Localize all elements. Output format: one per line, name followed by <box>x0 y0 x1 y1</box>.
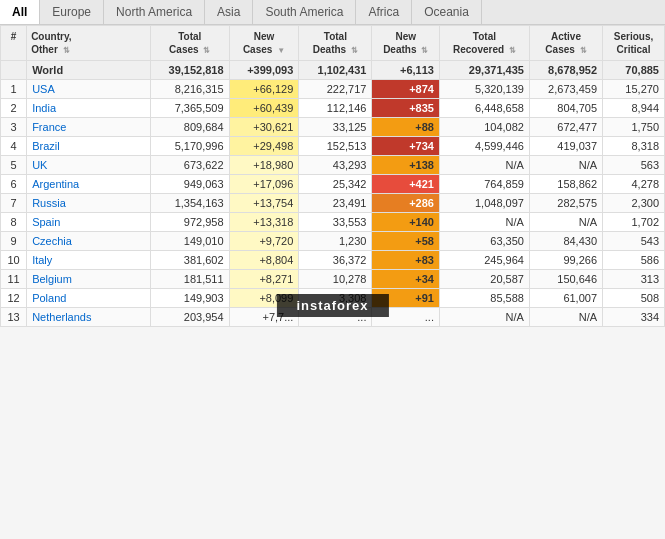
total-deaths-cell: 112,146 <box>299 99 372 118</box>
country-link[interactable]: Brazil <box>32 140 60 152</box>
col-total-deaths[interactable]: TotalDeaths ⇅ <box>299 26 372 61</box>
country-link[interactable]: Poland <box>32 292 66 304</box>
table-row: 1 USA 8,216,315 +66,129 222,717 +874 5,3… <box>1 80 665 99</box>
serious-critical-cell: 334 <box>603 308 665 327</box>
new-deaths-cell: +140 <box>372 213 439 232</box>
total-deaths-cell: 33,125 <box>299 118 372 137</box>
total-cases-cell: 8,216,315 <box>150 80 229 99</box>
new-cases-cell: +66,129 <box>229 80 299 99</box>
new-cases-cell: +13,318 <box>229 213 299 232</box>
rank-cell: 9 <box>1 232 27 251</box>
country-cell: Russia <box>27 194 151 213</box>
total-cases-cell: 949,063 <box>150 175 229 194</box>
table-row: 8 Spain 972,958 +13,318 33,553 +140 N/A … <box>1 213 665 232</box>
country-cell: Czechia <box>27 232 151 251</box>
table-row: 2 India 7,365,509 +60,439 112,146 +835 6… <box>1 99 665 118</box>
col-total-recovered[interactable]: TotalRecovered ⇅ <box>439 26 529 61</box>
col-new-cases[interactable]: NewCases ▼ <box>229 26 299 61</box>
col-country: Country,Other ⇅ <box>27 26 151 61</box>
tab-all[interactable]: All <box>0 0 40 24</box>
country-link[interactable]: Russia <box>32 197 66 209</box>
country-link[interactable]: Spain <box>32 216 60 228</box>
serious-critical-cell: 1,702 <box>603 213 665 232</box>
new-cases-cell: +18,980 <box>229 156 299 175</box>
active-cases-cell: 672,477 <box>529 118 602 137</box>
total-cases-cell: 381,602 <box>150 251 229 270</box>
total-recovered-cell: N/A <box>439 213 529 232</box>
rank-cell: 10 <box>1 251 27 270</box>
tab-south-america[interactable]: South America <box>253 0 356 24</box>
new-cases-cell: +8,271 <box>229 270 299 289</box>
rank-cell: 12 <box>1 289 27 308</box>
country-link[interactable]: France <box>32 121 66 133</box>
total-cases-cell: 1,354,163 <box>150 194 229 213</box>
new-deaths-cell: +734 <box>372 137 439 156</box>
total-cases-cell: 673,622 <box>150 156 229 175</box>
active-cases-cell: N/A <box>529 213 602 232</box>
new-deaths-cell: ... <box>372 308 439 327</box>
total-deaths-cell: 36,372 <box>299 251 372 270</box>
new-deaths-cell: +88 <box>372 118 439 137</box>
table-row: 10 Italy 381,602 +8,804 36,372 +83 245,9… <box>1 251 665 270</box>
country-cell: India <box>27 99 151 118</box>
active-cases-cell: 158,862 <box>529 175 602 194</box>
total-cases-cell: 7,365,509 <box>150 99 229 118</box>
world-active-cases: 8,678,952 <box>529 61 602 80</box>
country-link[interactable]: Belgium <box>32 273 72 285</box>
rank-cell: 5 <box>1 156 27 175</box>
tab-asia[interactable]: Asia <box>205 0 253 24</box>
country-cell: Belgium <box>27 270 151 289</box>
tab-north-america[interactable]: North America <box>104 0 205 24</box>
new-cases-cell: +8,804 <box>229 251 299 270</box>
country-link[interactable]: Argentina <box>32 178 79 190</box>
col-new-deaths[interactable]: NewDeaths ⇅ <box>372 26 439 61</box>
new-cases-cell: +30,621 <box>229 118 299 137</box>
country-link[interactable]: Italy <box>32 254 52 266</box>
total-recovered-cell: 6,448,658 <box>439 99 529 118</box>
new-deaths-cell: +138 <box>372 156 439 175</box>
total-cases-cell: 149,903 <box>150 289 229 308</box>
tab-europe[interactable]: Europe <box>40 0 104 24</box>
country-cell: Spain <box>27 213 151 232</box>
rank-cell: 8 <box>1 213 27 232</box>
total-cases-cell: 972,958 <box>150 213 229 232</box>
country-link[interactable]: UK <box>32 159 47 171</box>
tab-africa[interactable]: Africa <box>356 0 412 24</box>
new-deaths-cell: +58 <box>372 232 439 251</box>
col-active-cases[interactable]: ActiveCases ⇅ <box>529 26 602 61</box>
country-cell: USA <box>27 80 151 99</box>
total-recovered-cell: N/A <box>439 308 529 327</box>
world-rank <box>1 61 27 80</box>
table-row: 11 Belgium 181,511 +8,271 10,278 +34 20,… <box>1 270 665 289</box>
col-serious-critical[interactable]: Serious,Critical <box>603 26 665 61</box>
country-cell: Italy <box>27 251 151 270</box>
col-total-cases[interactable]: TotalCases ⇅ <box>150 26 229 61</box>
new-deaths-cell: +34 <box>372 270 439 289</box>
rank-cell: 4 <box>1 137 27 156</box>
total-deaths-cell: 43,293 <box>299 156 372 175</box>
serious-critical-cell: 1,750 <box>603 118 665 137</box>
tab-oceania[interactable]: Oceania <box>412 0 482 24</box>
total-deaths-cell: 33,553 <box>299 213 372 232</box>
total-recovered-cell: 20,587 <box>439 270 529 289</box>
world-country: World <box>27 61 151 80</box>
country-link[interactable]: Czechia <box>32 235 72 247</box>
new-deaths-cell: +91 <box>372 289 439 308</box>
country-link[interactable]: India <box>32 102 56 114</box>
total-deaths-cell: 152,513 <box>299 137 372 156</box>
table-row: 7 Russia 1,354,163 +13,754 23,491 +286 1… <box>1 194 665 213</box>
new-cases-cell: +9,720 <box>229 232 299 251</box>
new-deaths-cell: +421 <box>372 175 439 194</box>
world-total-recovered: 29,371,435 <box>439 61 529 80</box>
data-table: # Country,Other ⇅ TotalCases ⇅ NewCases … <box>0 25 665 327</box>
active-cases-cell: 61,007 <box>529 289 602 308</box>
serious-critical-cell: 4,278 <box>603 175 665 194</box>
rank-cell: 2 <box>1 99 27 118</box>
total-recovered-cell: 764,859 <box>439 175 529 194</box>
new-cases-cell: +7,7... <box>229 308 299 327</box>
total-recovered-cell: 4,599,446 <box>439 137 529 156</box>
table-row: 12 Poland 149,903 +8,099 3,308 +91 85,58… <box>1 289 665 308</box>
country-link[interactable]: USA <box>32 83 55 95</box>
new-cases-cell: +8,099 <box>229 289 299 308</box>
country-link[interactable]: Netherlands <box>32 311 91 323</box>
